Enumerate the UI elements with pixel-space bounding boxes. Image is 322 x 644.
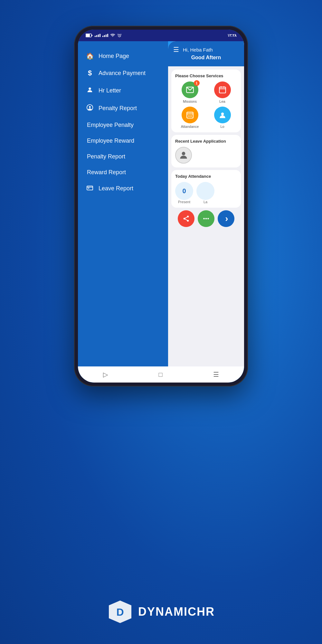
services-title: Please Choose Services bbox=[175, 73, 237, 78]
lo-icon bbox=[218, 111, 227, 119]
svg-point-16 bbox=[188, 116, 189, 117]
svg-point-22 bbox=[184, 218, 185, 220]
phone-screen: ۱۲:۲۸ 🏠 Home Page $ Advance Payment bbox=[78, 30, 244, 383]
app-topbar: ☰ Hi, Heba Fath Good Aftern bbox=[168, 41, 244, 66]
sidebar-label-employee-reward: Employee Reward bbox=[87, 137, 134, 144]
dots-icon bbox=[203, 215, 210, 222]
status-bar-left bbox=[86, 33, 122, 38]
leave-avatar bbox=[175, 147, 192, 164]
attendance-label: Attandance bbox=[181, 125, 199, 128]
svg-point-26 bbox=[203, 218, 205, 220]
bottom-nav: ▷ □ ☰ bbox=[78, 366, 244, 383]
svg-rect-10 bbox=[219, 87, 226, 93]
sidebar-item-penalty-report-sub[interactable]: Penalty Report bbox=[78, 149, 168, 165]
share-icon bbox=[183, 215, 190, 222]
present-circle: 0 bbox=[175, 182, 193, 200]
status-time: ۱۲:۲۸ bbox=[227, 33, 236, 38]
signal-icon bbox=[95, 34, 100, 37]
services-section: Please Choose Services 1 bbox=[171, 70, 241, 132]
late-circle bbox=[196, 182, 214, 200]
brand-logo: D bbox=[107, 599, 133, 625]
greeting-text: Hi, Heba Fath bbox=[183, 47, 213, 52]
attendance-row: 0 Present La bbox=[175, 182, 237, 204]
attendance-icon bbox=[186, 111, 194, 119]
svg-line-24 bbox=[185, 219, 187, 220]
svg-point-4 bbox=[89, 88, 91, 90]
present-block: 0 Present bbox=[175, 182, 193, 204]
wifi-icon bbox=[110, 33, 115, 37]
brand-name-text: DYNAMICHR bbox=[138, 605, 215, 618]
phone-container: ۱۲:۲۸ 🏠 Home Page $ Advance Payment bbox=[74, 26, 248, 386]
sidebar-item-employee-reward[interactable]: Employee Reward bbox=[78, 133, 168, 149]
hamburger-icon[interactable]: ☰ bbox=[173, 46, 179, 53]
svg-point-23 bbox=[187, 220, 189, 222]
sidebar-label-home: Home Page bbox=[99, 53, 129, 60]
svg-text:D: D bbox=[116, 606, 124, 618]
attendance-icon-wrap bbox=[182, 107, 198, 123]
svg-point-17 bbox=[189, 116, 190, 117]
home-icon: 🏠 bbox=[86, 52, 94, 60]
svg-point-28 bbox=[207, 218, 209, 220]
leave-service-icon bbox=[218, 86, 227, 94]
sidebar-item-home[interactable]: 🏠 Home Page bbox=[78, 48, 168, 64]
sidebar-label-employee-penalty: Employee Penalty bbox=[87, 122, 134, 128]
sidebar-item-penalty-report[interactable]: Penalty Report bbox=[78, 99, 168, 117]
svg-rect-7 bbox=[87, 186, 93, 190]
lo-icon-wrap bbox=[214, 107, 231, 123]
svg-rect-14 bbox=[187, 112, 193, 118]
svg-point-18 bbox=[191, 116, 192, 117]
fab-dots-button[interactable] bbox=[198, 210, 214, 227]
nav-back-icon[interactable]: ▷ bbox=[103, 371, 108, 378]
svg-point-27 bbox=[205, 218, 207, 220]
face-icon bbox=[86, 104, 94, 113]
svg-point-20 bbox=[182, 152, 185, 155]
sidebar-item-hr-letter[interactable]: Hr Letter bbox=[78, 82, 168, 99]
services-grid: 1 Missions bbox=[175, 81, 237, 128]
svg-rect-1 bbox=[86, 34, 90, 37]
nav-home-icon[interactable]: □ bbox=[158, 371, 162, 378]
sidebar-item-leave-report[interactable]: Leave Report bbox=[78, 180, 168, 197]
sidebar-item-advance[interactable]: $ Advance Payment bbox=[78, 64, 168, 82]
service-lo[interactable]: Lo bbox=[208, 107, 237, 128]
nav-menu-icon[interactable]: ☰ bbox=[213, 371, 219, 378]
alarm-icon bbox=[117, 33, 122, 38]
fab-arrow-button[interactable]: › bbox=[218, 210, 234, 227]
status-bar: ۱۲:۲۸ bbox=[78, 30, 244, 41]
sidebar-label-leave-report: Leave Report bbox=[99, 185, 133, 192]
svg-rect-2 bbox=[91, 35, 92, 36]
leave-section-title: Recent Leave Application bbox=[175, 139, 237, 144]
service-leave[interactable]: Lea bbox=[208, 81, 237, 103]
attendance-section: Today Attendance 0 Present bbox=[171, 170, 241, 208]
svg-rect-8 bbox=[88, 188, 90, 189]
missions-label: Missions bbox=[183, 99, 197, 103]
service-missions[interactable]: 1 Missions bbox=[175, 81, 204, 103]
sidebar-label-penalty-main: Penalty Report bbox=[99, 105, 137, 112]
fab-share-button[interactable] bbox=[178, 210, 194, 227]
missions-badge: 1 bbox=[194, 80, 200, 86]
sidebar-item-employee-penalty[interactable]: Employee Penalty bbox=[78, 117, 168, 133]
leave-icon bbox=[86, 185, 94, 192]
svg-point-19 bbox=[221, 112, 224, 115]
sidebar-label-penalty-sub: Penalty Report bbox=[87, 153, 125, 160]
service-attendance[interactable]: Attandance bbox=[175, 107, 204, 128]
branding-section: D DYNAMICHR bbox=[107, 599, 215, 625]
svg-point-6 bbox=[89, 106, 91, 108]
attendance-title: Today Attendance bbox=[175, 174, 237, 179]
avatar-icon bbox=[178, 150, 189, 160]
topbar-row: ☰ Hi, Heba Fath bbox=[173, 46, 239, 53]
missions-icon-wrap: 1 bbox=[182, 81, 198, 98]
present-value: 0 bbox=[182, 187, 186, 195]
leave-service-label: Lea bbox=[219, 99, 225, 103]
svg-line-25 bbox=[185, 217, 187, 218]
main-panel: ☰ Hi, Heba Fath Good Aftern Please Choos… bbox=[168, 41, 244, 366]
sidebar-label-reward-report: Reward Report bbox=[87, 169, 126, 175]
dollar-icon: $ bbox=[86, 69, 94, 77]
greeting-subtext: Good Aftern bbox=[173, 55, 239, 61]
sidebar-item-reward-report[interactable]: Reward Report bbox=[78, 165, 168, 180]
signal-icon-2 bbox=[102, 34, 108, 37]
late-block: La bbox=[196, 182, 214, 204]
leave-application-section: Recent Leave Application bbox=[171, 135, 241, 167]
person-icon bbox=[86, 86, 94, 95]
screen-content: 🏠 Home Page $ Advance Payment bbox=[78, 41, 244, 366]
fab-area: › bbox=[168, 210, 244, 227]
